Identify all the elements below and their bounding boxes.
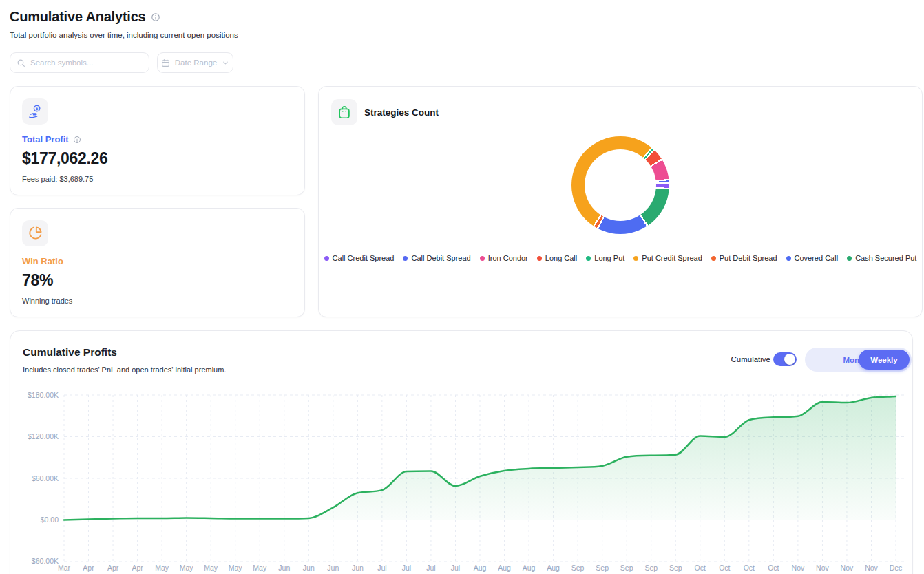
legend-item[interactable]: Iron Condor [480,254,528,262]
svg-text:$0.00: $0.00 [41,515,59,524]
svg-text:Jun: Jun [303,564,315,572]
svg-text:Aug: Aug [547,564,560,572]
legend-label: Long Call [545,254,577,262]
total-profit-label-text: Total Profit [22,134,69,145]
svg-text:$180.00K: $180.00K [28,391,59,399]
hand-coin-icon: $ [27,103,43,120]
legend-label: Cash Secured Put [855,254,916,262]
svg-text:Apr: Apr [107,564,119,572]
svg-text:$120.00K: $120.00K [28,432,59,440]
svg-text:Apr: Apr [83,564,94,572]
profits-subtitle: Includes closed trades' PnL and open tra… [23,365,226,374]
svg-text:Oct: Oct [768,564,779,572]
strategies-legend: Call Credit SpreadCall Debit SpreadIron … [319,254,922,262]
info-icon[interactable] [151,12,160,22]
date-range-label: Date Range [175,59,217,67]
shopping-bag-icon [337,105,352,120]
win-ratio-card: Win Ratio 78% Winning trades [10,208,305,317]
total-profit-card: $ Total Profit $177,062.26 Fees paid: $3… [10,86,305,195]
cumulative-profits-chart[interactable]: $180.00K$120.00K$60.00K$0.00-$60.00KMarA… [10,386,914,574]
svg-text:Sep: Sep [620,564,633,572]
y-axis-labels: $180.00K$120.00K$60.00K$0.00-$60.00K [28,391,59,566]
profits-title: Cumulative Profits [23,346,117,359]
win-ratio-subtext: Winning trades [22,297,72,305]
cumulative-toggle-label: Cumulative [713,355,770,363]
win-ratio-icon-tile [22,220,48,246]
svg-text:Apr: Apr [132,564,143,572]
win-ratio-label-text: Win Ratio [22,256,63,266]
legend-item[interactable]: Call Debit Spread [403,254,470,262]
svg-text:Aug: Aug [498,564,511,572]
calendar-icon [161,59,170,67]
legend-label: Put Credit Spread [642,254,702,262]
weekly-button[interactable]: Weekly [859,350,910,370]
x-axis-labels: MarAprAprAprMayMayMayMayMayJunJunJunJunJ… [58,564,902,572]
svg-text:May: May [253,564,267,572]
win-ratio-value: 78% [22,271,53,290]
legend-item[interactable]: Covered Call [786,254,839,262]
legend-dot [847,256,852,261]
strategies-donut-ring[interactable] [571,136,669,234]
chevron-down-icon [222,59,229,67]
legend-item[interactable]: Long Call [537,254,577,262]
svg-text:Dec: Dec [890,564,903,572]
svg-text:Jul: Jul [402,564,411,572]
cumulative-toggle[interactable] [773,352,797,366]
legend-label: Put Debit Spread [720,254,777,262]
period-segmented-control: Monthly Weekly [805,348,912,372]
strategies-icon-tile [331,99,357,125]
legend-dot [403,256,408,261]
legend-label: Covered Call [795,254,839,262]
svg-text:Oct: Oct [695,564,706,572]
search-box[interactable] [10,52,149,73]
strategies-title: Strategies Count [364,107,439,118]
svg-text:Oct: Oct [744,564,755,572]
legend-item[interactable]: Long Put [586,254,624,262]
svg-text:Aug: Aug [474,564,487,572]
legend-label: Call Debit Spread [411,254,470,262]
svg-text:Sep: Sep [644,564,658,572]
legend-dot [537,256,542,261]
total-profit-label: Total Profit [22,134,81,145]
svg-text:Sep: Sep [571,564,585,572]
strategies-donut[interactable] [571,136,669,234]
legend-dot [711,256,716,261]
svg-text:Sep: Sep [596,564,609,572]
info-icon[interactable] [73,136,81,144]
total-profit-icon-tile: $ [22,98,48,125]
svg-text:Jul: Jul [426,564,435,572]
strategies-card: Strategies Count Call Credit SpreadCall … [318,86,923,317]
cumulative-profits-card: Cumulative Profits Includes closed trade… [10,330,913,574]
svg-text:-$60.00K: -$60.00K [29,557,59,565]
legend-item[interactable]: Put Credit Spread [633,254,702,262]
page-title-text: Cumulative Analytics [10,9,146,25]
legend-dot [633,256,638,261]
search-icon [17,59,25,67]
legend-dot [786,256,791,261]
svg-text:May: May [229,564,243,572]
total-profit-value: $177,062.26 [22,149,108,168]
date-range-button[interactable]: Date Range [157,52,233,73]
legend-item[interactable]: Put Debit Spread [711,254,777,262]
svg-text:Jul: Jul [377,564,386,572]
svg-text:May: May [155,564,169,572]
total-profit-fees: Fees paid: $3,689.75 [22,175,93,183]
search-input[interactable] [30,59,143,67]
legend-item[interactable]: Cash Secured Put [847,254,916,262]
svg-text:Nov: Nov [865,564,878,572]
svg-text:Jun: Jun [278,564,290,572]
svg-text:Aug: Aug [523,564,536,572]
win-ratio-label: Win Ratio [22,256,63,266]
svg-text:Sep: Sep [669,564,682,572]
legend-label: Long Put [594,254,624,262]
svg-text:Nov: Nov [816,564,829,572]
svg-text:Nov: Nov [792,564,805,572]
legend-label: Call Credit Spread [333,254,395,262]
legend-item[interactable]: Call Credit Spread [324,254,395,262]
legend-dot [586,256,591,261]
svg-text:Jul: Jul [451,564,460,572]
pie-chart-icon [28,226,43,241]
svg-text:Mar: Mar [58,564,71,572]
toggle-knob [784,354,795,365]
svg-text:$: $ [36,106,39,111]
